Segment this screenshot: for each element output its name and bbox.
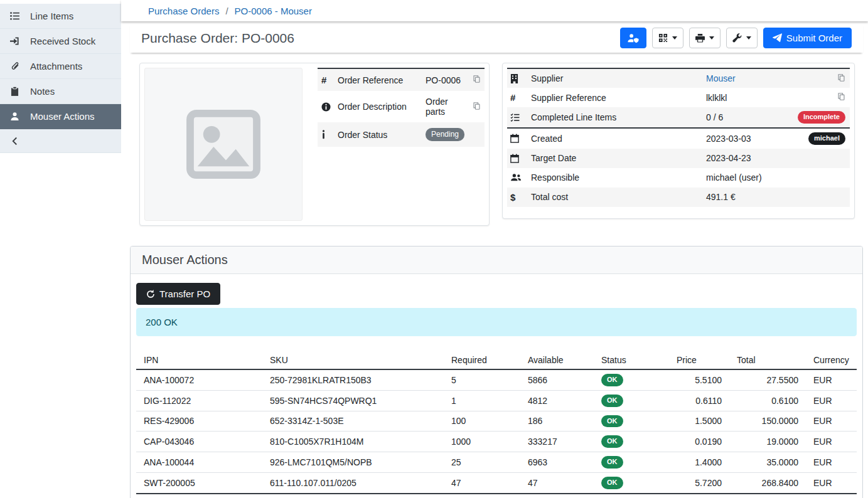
supplier-info-card: Supplier Mouser # Supplier Reference lkl… — [502, 63, 855, 219]
status-badge: OK — [601, 395, 623, 407]
status-alert: 200 OK — [136, 308, 857, 336]
column-header-available: Available — [520, 351, 594, 369]
app-root: Line Items Received Stock Attachments No… — [0, 0, 868, 498]
cell-total: 35.0000 — [729, 452, 806, 473]
building-icon — [507, 68, 530, 88]
sidebar-item-attachments[interactable]: Attachments — [0, 54, 121, 79]
table-row: SWT-200005 611-110.107.011/0205 47 47 OK… — [136, 472, 857, 493]
footer-currency-empty — [806, 494, 857, 498]
order-info-card: # Order Reference PO-0006 Order Descript… — [139, 63, 490, 226]
cell-currency: EUR — [806, 472, 857, 493]
sidebar-item-notes[interactable]: Notes — [0, 79, 121, 104]
supplier-link[interactable]: Mouser — [706, 73, 736, 83]
cell-ipn: DIG-112022 — [136, 390, 262, 411]
barcode-menu-button[interactable] — [652, 28, 683, 48]
detail-label: Total cost — [530, 188, 705, 207]
detail-label: Responsible — [530, 168, 705, 188]
cell-available: 5866 — [520, 369, 594, 390]
detail-row-total-cost: $ Total cost 491.1 € — [507, 188, 850, 207]
column-header-currency: Currency — [806, 351, 857, 369]
cell-currency: EUR — [806, 390, 857, 411]
column-header-sku: SKU — [262, 351, 444, 369]
detail-label: Completed Line Items — [530, 107, 705, 128]
detail-row-created: Created 2023-03-03 michael — [507, 128, 850, 149]
cell-total: 0.6100 — [729, 390, 806, 411]
detail-row-completed-line-items: Completed Line Items 0 / 6 Incomplete — [507, 107, 850, 128]
detail-row-supplier: Supplier Mouser — [507, 68, 850, 88]
table-row: DIG-112022 595-SN74HCS74QPWRQ1 1 4812 OK… — [136, 390, 857, 411]
footer-label: Total — [136, 494, 729, 498]
cell-ipn: CAP-043046 — [136, 432, 262, 452]
breadcrumb-link-current-order[interactable]: PO-0006 - Mouser — [235, 6, 312, 16]
detail-value: PO-0006 — [424, 68, 468, 91]
mouser-actions-panel: Mouser Actions Transfer PO 200 OK — [130, 246, 863, 498]
detail-label: Order Description — [336, 91, 424, 122]
cell-required: 100 — [444, 411, 520, 432]
copy-button[interactable] — [473, 75, 481, 83]
footer-total: 501.0000 — [729, 494, 806, 498]
detail-value: michael (user) — [705, 168, 780, 188]
users-icon — [507, 168, 530, 188]
table-row: ANA-100072 250-72981KLRATR150B3 5 5866 O… — [136, 369, 857, 390]
paperclip-icon — [9, 61, 20, 71]
detail-row-target-date: Target Date 2023-04-23 — [507, 149, 850, 168]
caret-down-icon — [672, 36, 677, 40]
cell-available: 333217 — [520, 432, 594, 452]
cell-ipn: ANA-100072 — [136, 369, 262, 390]
cell-ipn: RES-429006 — [136, 411, 262, 432]
column-header-total: Total — [729, 351, 806, 369]
copy-button[interactable] — [473, 102, 481, 110]
cell-sku: 926-LMC7101QM5/NOPB — [262, 452, 444, 473]
column-header-price: Price — [669, 351, 729, 369]
breadcrumb-link-purchase-orders[interactable]: Purchase Orders — [148, 6, 219, 16]
incomplete-badge: Incomplete — [798, 111, 845, 124]
status-badge: OK — [601, 456, 623, 469]
cell-price: 0.0190 — [669, 432, 729, 452]
cell-sku: 595-SN74HCS74QPWRQ1 — [262, 390, 444, 411]
table-header-row: IPN SKU Required Available Status Price … — [136, 351, 857, 369]
sidebar-item-line-items[interactable]: Line Items — [0, 4, 121, 29]
breadcrumb-separator: / — [225, 6, 228, 16]
table-row: CAP-043046 810-C1005X7R1H104M 1000 33321… — [136, 432, 857, 452]
cell-total: 19.0000 — [729, 432, 806, 452]
cell-status: OK — [594, 411, 669, 432]
chevron-left-icon — [9, 137, 20, 146]
cell-available: 6963 — [520, 452, 594, 473]
print-menu-button[interactable] — [689, 28, 721, 48]
copy-button[interactable] — [837, 73, 845, 82]
submit-order-button[interactable]: Submit Order — [763, 28, 852, 48]
main-content: Purchase Orders / PO-0006 - Mouser Purch… — [121, 0, 868, 498]
sidebar-item-label: Mouser Actions — [30, 111, 95, 122]
sidebar-item-mouser-actions[interactable]: Mouser Actions — [0, 104, 121, 129]
detail-value: 491.1 € — [705, 188, 780, 207]
table-footer-row: Total 501.0000 — [136, 494, 857, 498]
admin-button[interactable] — [620, 28, 646, 48]
part-image-placeholder[interactable] — [144, 68, 303, 221]
sidebar-item-label: Received Stock — [30, 36, 95, 46]
status-badge: OK — [601, 435, 623, 448]
order-status-badge: Pending — [426, 128, 464, 141]
sidebar-item-received-stock[interactable]: Received Stock — [0, 29, 121, 54]
supplier-detail-table: Supplier Mouser # Supplier Reference lkl… — [507, 68, 850, 207]
breadcrumb: Purchase Orders / PO-0006 - Mouser — [121, 0, 868, 21]
hash-icon: # — [507, 88, 530, 107]
page-title: Purchase Order: PO-0006 — [141, 31, 294, 46]
detail-label: Order Reference — [336, 68, 424, 91]
cell-required: 47 — [444, 472, 520, 493]
info-icon — [318, 122, 336, 147]
status-badge: OK — [601, 477, 623, 489]
user-icon — [9, 112, 20, 121]
cell-price: 0.6110 — [669, 390, 729, 411]
panel-header: Mouser Actions — [131, 246, 862, 274]
cell-status: OK — [594, 472, 669, 493]
cell-sku: 652-3314Z-1-503E — [262, 411, 444, 432]
actions-menu-button[interactable] — [726, 28, 758, 48]
detail-row-order-status: Order Status Pending — [318, 122, 485, 147]
transfer-po-button[interactable]: Transfer PO — [136, 283, 220, 305]
caret-down-icon — [746, 36, 751, 40]
cell-required: 25 — [444, 452, 520, 473]
sidebar-item-label: Line Items — [30, 11, 73, 21]
copy-button[interactable] — [837, 92, 845, 101]
header-actions: Submit Order — [620, 28, 852, 48]
sidebar-collapse-button[interactable] — [0, 129, 121, 153]
